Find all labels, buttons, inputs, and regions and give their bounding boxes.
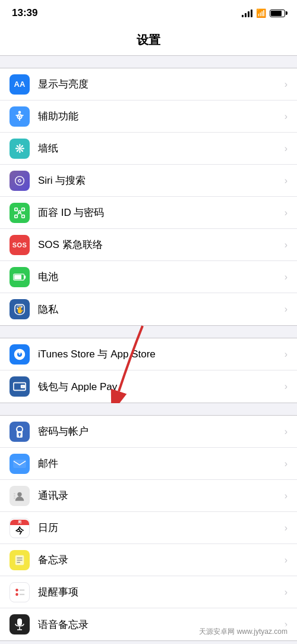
svg-point-2	[15, 176, 24, 185]
mail-icon	[10, 454, 30, 474]
settings-item-mail[interactable]: 邮件 ›	[0, 448, 297, 480]
contacts-icon	[10, 486, 30, 506]
sos-label: SOS 紧急联络	[38, 238, 281, 252]
settings-item-faceid[interactable]: 面容 ID 与密码 ›	[0, 197, 297, 229]
siri-chevron: ›	[285, 175, 287, 186]
settings-item-reminders[interactable]: 提醒事项 ›	[0, 576, 297, 608]
privacy-chevron: ›	[285, 304, 287, 315]
svg-point-18	[18, 433, 21, 435]
settings-item-passwords[interactable]: 密码与帐户 ›	[0, 416, 297, 448]
settings-item-notes[interactable]: 备忘录 ›	[0, 544, 297, 576]
passwords-chevron: ›	[285, 426, 287, 437]
calendar-chevron: ›	[285, 523, 287, 533]
accessibility-icon	[10, 106, 30, 127]
svg-point-29	[15, 589, 18, 592]
svg-rect-4	[22, 208, 25, 211]
reminders-label: 提醒事项	[38, 585, 281, 599]
contacts-chevron: ›	[285, 491, 287, 501]
svg-rect-33	[17, 618, 22, 626]
faceid-chevron: ›	[285, 208, 287, 218]
itunes-label: iTunes Store 与 App Store	[38, 347, 281, 361]
faceid-icon	[10, 203, 30, 223]
display-label: 显示与亮度	[38, 77, 281, 91]
wallpaper-chevron: ›	[285, 143, 287, 154]
settings-item-accessibility[interactable]: 辅助功能 ›	[0, 100, 297, 133]
itunes-chevron: ›	[285, 349, 287, 360]
settings-item-siri[interactable]: Siri 与搜索 ›	[0, 165, 297, 197]
wifi-icon: 📶	[256, 8, 266, 18]
settings-item-sos[interactable]: SOS SOS 紧急联络 ›	[0, 229, 297, 261]
reminders-chevron: ›	[285, 587, 287, 598]
settings-group-apps: 密码与帐户 › 邮件 › 通讯录 › 周 今	[0, 415, 297, 641]
settings-item-contacts[interactable]: 通讯录 ›	[0, 480, 297, 512]
battery-chevron: ›	[285, 272, 287, 282]
siri-label: Siri 与搜索	[38, 174, 281, 187]
siri-icon	[10, 171, 30, 191]
svg-rect-22	[14, 493, 15, 494]
status-time: 13:39	[12, 7, 37, 19]
battery-icon	[270, 10, 285, 17]
watermark: 天源安卓网 www.jytyaz.com	[195, 626, 291, 638]
calendar-label: 日历	[38, 521, 281, 535]
wallet-label: 钱包与 Apple Pay	[38, 380, 281, 394]
settings-item-calendar[interactable]: 周 今 日历 ›	[0, 512, 297, 544]
svg-text:✋: ✋	[16, 306, 24, 314]
sos-icon: SOS	[10, 235, 30, 255]
settings-item-display[interactable]: AA 显示与亮度 ›	[0, 68, 297, 100]
battery-settings-icon	[10, 267, 30, 287]
svg-point-15	[22, 386, 24, 388]
calendar-icon: 周 今	[10, 518, 30, 538]
svg-point-21	[17, 492, 21, 496]
settings-group-display: AA 显示与亮度 › 辅助功能 › ❋ 墙纸 › Siri 与搜索 ›	[0, 68, 297, 326]
privacy-icon: ✋	[10, 299, 30, 319]
page-title: 设置	[137, 33, 160, 46]
settings-item-privacy[interactable]: ✋ 隐私 ›	[0, 293, 297, 325]
wallpaper-icon: ❋	[10, 139, 30, 159]
wallet-chevron: ›	[285, 381, 287, 392]
voice-icon	[10, 614, 30, 634]
settings-item-wallpaper[interactable]: ❋ 墙纸 ›	[0, 133, 297, 165]
svg-point-1	[18, 111, 21, 113]
wallet-icon	[10, 376, 30, 397]
signal-icon	[242, 9, 252, 17]
mail-chevron: ›	[285, 458, 287, 469]
nav-header: 设置	[0, 26, 297, 56]
faceid-label: 面容 ID 与密码	[38, 206, 281, 219]
settings-item-battery[interactable]: 电池 ›	[0, 261, 297, 293]
svg-rect-23	[14, 495, 15, 497]
notes-label: 备忘录	[38, 553, 281, 567]
notes-chevron: ›	[285, 555, 287, 566]
settings-group-store: iTunes Store 与 App Store › 钱包与 Apple Pay…	[0, 338, 297, 403]
itunes-icon	[10, 344, 30, 365]
status-icons: 📶	[242, 8, 285, 18]
settings-item-itunes[interactable]: iTunes Store 与 App Store ›	[0, 338, 297, 370]
svg-rect-5	[15, 215, 18, 218]
settings-item-wallet[interactable]: 钱包与 Apple Pay ›	[0, 370, 297, 403]
status-bar: 13:39 📶	[0, 0, 297, 26]
svg-rect-9	[24, 275, 26, 278]
svg-rect-24	[14, 497, 15, 498]
sos-chevron: ›	[285, 240, 287, 250]
display-chevron: ›	[285, 79, 287, 90]
contacts-label: 通讯录	[38, 489, 281, 502]
accessibility-label: 辅助功能	[38, 109, 281, 123]
reminders-icon	[10, 582, 30, 602]
accessibility-chevron: ›	[285, 111, 287, 122]
passwords-label: 密码与帐户	[38, 425, 281, 438]
svg-rect-20	[14, 460, 26, 467]
svg-rect-10	[14, 275, 21, 279]
svg-rect-6	[22, 215, 25, 218]
battery-label: 电池	[38, 270, 281, 284]
svg-point-30	[15, 593, 18, 596]
notes-icon	[10, 550, 30, 570]
passwords-icon	[10, 422, 30, 442]
wallpaper-label: 墙纸	[38, 142, 281, 155]
privacy-label: 隐私	[38, 303, 281, 316]
mail-label: 邮件	[38, 457, 281, 470]
svg-rect-3	[15, 208, 18, 211]
display-icon: AA	[10, 74, 30, 95]
